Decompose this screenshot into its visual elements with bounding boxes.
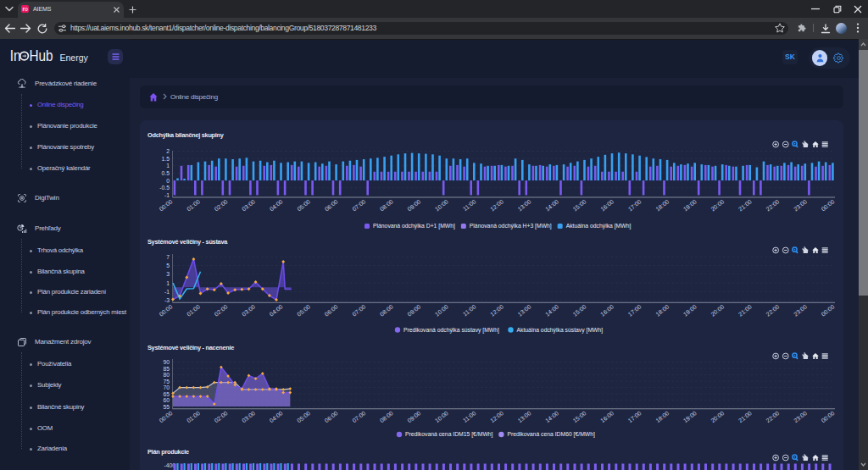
svg-text:22:00: 22:00 — [765, 198, 780, 212]
svg-text:23:00: 23:00 — [793, 303, 808, 317]
svg-text:12:00: 12:00 — [489, 198, 504, 212]
svg-text:55: 55 — [163, 404, 170, 410]
svg-text:Systémové veličiny - nacenenie: Systémové veličiny - nacenenie — [147, 344, 234, 351]
svg-text:09:00: 09:00 — [406, 303, 421, 317]
svg-text:-3: -3 — [164, 297, 170, 303]
svg-text:01:00: 01:00 — [186, 198, 201, 212]
svg-text:06:00: 06:00 — [324, 198, 339, 212]
svg-text:Predikovaná cena IDM60 [€/MWh]: Predikovaná cena IDM60 [€/MWh] — [507, 431, 595, 438]
svg-text:80: 80 — [163, 372, 170, 378]
svg-text:Odchýlka bilančnej skupiny: Odchýlka bilančnej skupiny — [147, 131, 225, 139]
svg-text:15:00: 15:00 — [572, 410, 587, 423]
svg-text:19:00: 19:00 — [682, 410, 698, 423]
svg-text:00:00: 00:00 — [158, 198, 173, 212]
svg-text:06:00: 06:00 — [324, 303, 339, 317]
svg-text:-1: -1 — [164, 192, 170, 198]
svg-text:85: 85 — [163, 366, 170, 372]
svg-text:00:00: 00:00 — [820, 410, 835, 423]
svg-text:07:00: 07:00 — [351, 410, 366, 423]
svg-text:16:00: 16:00 — [599, 303, 615, 317]
svg-text:00:00: 00:00 — [820, 198, 835, 212]
svg-text:02:00: 02:00 — [214, 410, 229, 423]
svg-text:Energy: Energy — [60, 53, 89, 63]
svg-text:In: In — [10, 47, 21, 64]
svg-text:07:00: 07:00 — [351, 303, 366, 317]
svg-text:17:00: 17:00 — [627, 410, 643, 423]
svg-text:13:00: 13:00 — [516, 410, 531, 423]
svg-text:04:00: 04:00 — [269, 410, 284, 423]
svg-text:01:00: 01:00 — [186, 303, 201, 317]
svg-text:18:00: 18:00 — [654, 198, 670, 212]
svg-text:12:00: 12:00 — [489, 303, 504, 317]
svg-text:90: 90 — [163, 359, 170, 365]
svg-text:05:00: 05:00 — [296, 303, 311, 317]
svg-text:21:00: 21:00 — [737, 303, 753, 317]
svg-text:14:00: 14:00 — [544, 198, 559, 212]
svg-text:14:00: 14:00 — [544, 303, 559, 317]
svg-text:19:00: 19:00 — [682, 198, 698, 212]
svg-text:02:00: 02:00 — [214, 198, 229, 212]
svg-text:65: 65 — [163, 391, 170, 397]
svg-text:-0.5: -0.5 — [159, 185, 170, 191]
svg-text:15:00: 15:00 — [572, 198, 587, 212]
svg-text:11:00: 11:00 — [462, 303, 477, 317]
svg-text:18:00: 18:00 — [654, 303, 670, 317]
svg-text:75: 75 — [163, 379, 170, 384]
svg-text:09:00: 09:00 — [406, 198, 421, 212]
svg-text:Aktuálna odchýlka sústavy [MWh: Aktuálna odchýlka sústavy [MWh] — [517, 327, 604, 334]
svg-text:21:00: 21:00 — [737, 410, 753, 423]
svg-text:05:00: 05:00 — [296, 198, 311, 212]
svg-text:16:00: 16:00 — [599, 198, 615, 212]
svg-text:21:00: 21:00 — [737, 198, 753, 212]
svg-text:-1: -1 — [164, 289, 170, 295]
svg-text:14:00: 14:00 — [544, 410, 559, 423]
svg-text:19:00: 19:00 — [682, 303, 698, 317]
svg-text:3: 3 — [166, 271, 170, 277]
svg-text:Systémové veličiny - sústava: Systémové veličiny - sústava — [147, 238, 228, 246]
svg-text:08:00: 08:00 — [379, 303, 394, 317]
svg-text:02:00: 02:00 — [214, 303, 229, 317]
svg-text:2: 2 — [166, 148, 170, 154]
svg-text:7: 7 — [166, 254, 170, 260]
svg-text:23:00: 23:00 — [793, 198, 808, 212]
svg-text:11:00: 11:00 — [462, 410, 477, 423]
svg-text:20:00: 20:00 — [709, 198, 725, 212]
svg-text:Predikovaná cena IDM15 [€/MWh]: Predikovaná cena IDM15 [€/MWh] — [405, 431, 493, 438]
svg-text:1: 1 — [166, 280, 170, 286]
svg-text:13:00: 13:00 — [516, 198, 531, 212]
svg-text:20:00: 20:00 — [709, 303, 725, 317]
svg-text:00:00: 00:00 — [820, 303, 835, 317]
svg-text:08:00: 08:00 — [379, 198, 394, 212]
svg-text:10:00: 10:00 — [434, 303, 449, 317]
svg-text:08:00: 08:00 — [379, 410, 394, 423]
svg-text:01:00: 01:00 — [186, 410, 201, 423]
svg-text:07:00: 07:00 — [351, 198, 366, 212]
svg-text:11:00: 11:00 — [462, 198, 477, 212]
svg-text:1: 1 — [166, 163, 170, 169]
svg-text:60: 60 — [163, 397, 170, 403]
svg-text:18:00: 18:00 — [654, 410, 670, 423]
svg-text:12:00: 12:00 — [489, 410, 504, 423]
svg-text:22:00: 22:00 — [765, 410, 780, 423]
svg-text:23:00: 23:00 — [793, 410, 808, 423]
svg-text:05:00: 05:00 — [296, 410, 311, 423]
svg-text:04:00: 04:00 — [269, 303, 284, 317]
svg-text:Plánovaná odchýlka H+3 [MWh]: Plánovaná odchýlka H+3 [MWh] — [470, 223, 552, 229]
svg-text:Plánovaná odchýlka D+1 [MWh]: Plánovaná odchýlka D+1 [MWh] — [373, 223, 455, 229]
svg-text:13:00: 13:00 — [516, 303, 531, 317]
svg-text:00:00: 00:00 — [158, 410, 173, 423]
svg-text:06:00: 06:00 — [324, 410, 339, 423]
svg-text:03:00: 03:00 — [241, 303, 256, 317]
svg-text:15:00: 15:00 — [572, 303, 587, 317]
svg-text:03:00: 03:00 — [241, 410, 256, 423]
svg-text:70: 70 — [163, 384, 170, 390]
svg-text:0.5: 0.5 — [162, 170, 170, 176]
svg-text:17:00: 17:00 — [627, 303, 643, 317]
svg-text:04:00: 04:00 — [269, 198, 284, 212]
svg-text:Plán produkcie: Plán produkcie — [147, 448, 189, 456]
svg-text:10:00: 10:00 — [434, 198, 449, 212]
svg-text:09:00: 09:00 — [406, 410, 421, 423]
svg-text:1.5: 1.5 — [162, 156, 170, 162]
svg-text:Hub: Hub — [29, 47, 53, 64]
svg-text:10:00: 10:00 — [434, 410, 449, 423]
